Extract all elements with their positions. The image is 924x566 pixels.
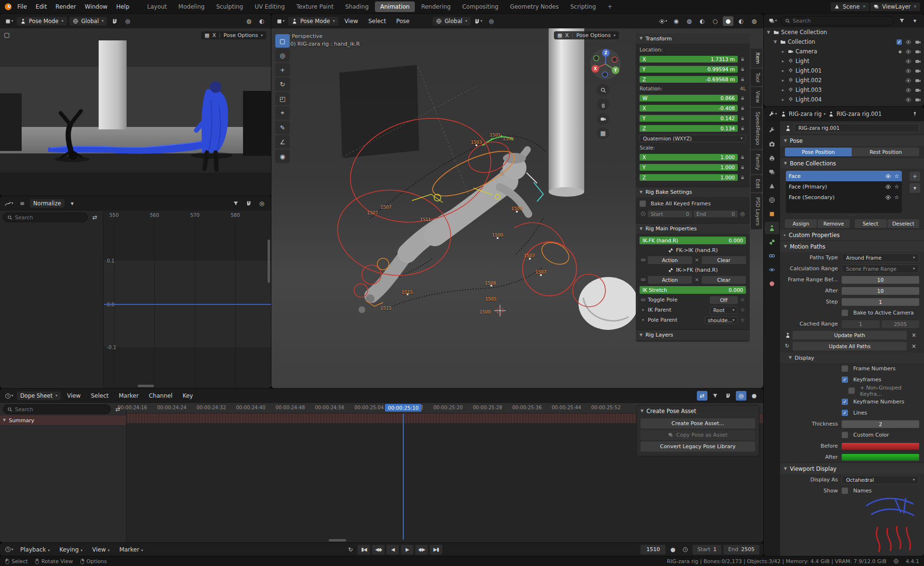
workspace-tab-modeling[interactable]: Modeling	[173, 1, 210, 12]
sidebar-tab-psd-layers[interactable]: PSD Layers	[751, 193, 762, 229]
add-workspace-button[interactable]: +	[602, 1, 617, 12]
hide-eye-icon[interactable]	[905, 58, 911, 64]
proportional-edit-icon[interactable]: ◎	[122, 16, 133, 26]
dope-h-scrollbar[interactable]	[329, 539, 346, 541]
tab-output[interactable]	[765, 152, 779, 164]
menu-marker[interactable]: Marker	[115, 391, 142, 401]
dope-proportional-icon[interactable]: ◎	[736, 391, 746, 401]
xray-toggle-icon[interactable]: ◐	[257, 16, 267, 26]
tab-world[interactable]	[765, 194, 779, 206]
star-icon[interactable]: ☆	[739, 297, 746, 303]
playback-sync-icon[interactable]: ↻	[345, 545, 356, 554]
custom-properties-panel-header[interactable]: ▸Custom Properties	[780, 229, 924, 240]
normalize-options-icon[interactable]: ▾	[67, 199, 77, 208]
graph-snap-icon[interactable]	[244, 199, 254, 208]
expand-icon[interactable]: ▸	[780, 49, 786, 54]
breadcrumb-object[interactable]: RIG-zara rig	[789, 111, 821, 117]
sidebar-tab-view[interactable]: View	[751, 87, 762, 107]
outliner-row-light-003[interactable]: ▸ Light.003	[764, 85, 924, 95]
hide-eye-icon[interactable]	[905, 39, 911, 45]
shading-solid-button[interactable]: ●	[723, 16, 733, 26]
scale-y-field[interactable]: Y1.000	[640, 164, 738, 171]
graph-filter-icon[interactable]	[231, 199, 241, 208]
disable-render-icon[interactable]	[915, 77, 921, 84]
tab-object[interactable]	[765, 208, 779, 220]
tab-scene[interactable]	[765, 180, 779, 192]
solo-star-icon[interactable]: ☆	[894, 173, 899, 179]
overlays-toggle-icon[interactable]: ◍	[244, 16, 254, 26]
proportional-edit-icon[interactable]: ◎	[486, 16, 497, 26]
current-frame-field[interactable]: 1510	[641, 545, 666, 554]
frame-end-field[interactable]: End2505	[723, 545, 759, 554]
menu-window[interactable]: Window	[81, 2, 111, 12]
hide-eye-icon[interactable]	[905, 97, 911, 103]
fk2ik-action-button[interactable]: Action	[648, 256, 692, 264]
prev-keyframe-button[interactable]: ◀◆	[372, 545, 385, 554]
menu-view[interactable]: View	[341, 16, 362, 26]
mirror-axis-x[interactable]: X	[565, 32, 569, 38]
motion-paths-panel-header[interactable]: ▼Motion Paths	[780, 240, 924, 252]
viewport-display-panel-header[interactable]: ▼Viewport Display	[780, 463, 924, 474]
solo-star-icon[interactable]: ☆	[894, 184, 899, 190]
add-bone-collection-button[interactable]: +	[910, 172, 920, 181]
preview-viewport-canvas[interactable]: ▢ ▦ X | Pose Options ▾	[0, 28, 271, 196]
sidebar-tab-family[interactable]: Family	[751, 150, 762, 174]
outliner-row-light-001[interactable]: ▸ Light.001	[764, 66, 924, 75]
sidebar-tab-item[interactable]: Item	[751, 49, 762, 68]
calculation-range-dropdown[interactable]: Scene Frame Range▾	[842, 264, 919, 273]
workspace-tab-uv-editing[interactable]: UV Editing	[249, 1, 290, 12]
bone-collection-row-face-primary[interactable]: Face (Primary) ☆	[786, 181, 902, 192]
playhead-line[interactable]	[403, 414, 404, 540]
sidebar-tab-tool[interactable]: Tool	[751, 69, 762, 86]
ik-stretch-slider[interactable]: IK Stretch0.000	[640, 286, 746, 294]
dope-mode-dropdown[interactable]: Dope Sheet▾	[17, 391, 61, 400]
names-checkbox[interactable]	[842, 488, 848, 494]
preview-mode-dropdown[interactable]: Pose Mode▾	[17, 17, 67, 25]
expand-icon[interactable]: ▸	[780, 78, 786, 83]
jump-to-end-button[interactable]: ▶▮	[430, 545, 442, 554]
menu-pose[interactable]: Pose	[392, 16, 413, 26]
tool-cursor[interactable]: ◎	[275, 49, 290, 62]
graph-plot-area[interactable]: 550 560 570 580 0.1 0.0 -0.1	[104, 211, 271, 388]
tool-transform[interactable]: ⌖	[275, 106, 290, 120]
remove-button[interactable]: Remove	[818, 219, 849, 228]
menu-view[interactable]: View	[63, 391, 84, 401]
outliner-filter-icon[interactable]	[897, 16, 907, 25]
hide-eye-icon[interactable]	[905, 68, 911, 74]
ortho-grid-icon[interactable]: ▦	[597, 127, 609, 139]
workspace-tab-scripting[interactable]: Scripting	[565, 1, 601, 12]
bake-all-checkbox[interactable]	[640, 201, 646, 207]
tab-object-data[interactable]	[765, 222, 779, 234]
pin-id-icon[interactable]	[910, 109, 920, 119]
location-x-field[interactable]: X1.7313 m	[640, 56, 738, 63]
fk2ik-clear-icon[interactable]: ×	[693, 257, 700, 263]
navigation-gizmo[interactable]: X Y Z	[589, 48, 622, 80]
lock-icon[interactable]	[739, 57, 746, 62]
bone-collections-panel-header[interactable]: ▼Bone Collections	[780, 157, 924, 169]
update-all-paths-button[interactable]: Update All Paths	[793, 342, 907, 351]
data-name-field[interactable]: RIG-zara rig.001	[794, 124, 919, 132]
bake-to-active-camera-row[interactable]: Bake to Active Camera	[842, 310, 919, 316]
sidebar-tab-edit[interactable]: Edit	[751, 175, 762, 192]
menu-edit[interactable]: Edit	[32, 2, 51, 12]
bone-collection-row-face[interactable]: Face ☆	[786, 171, 902, 181]
after-color-swatch[interactable]	[842, 454, 919, 461]
rest-position-button[interactable]: Rest Position	[852, 148, 919, 156]
tab-bone-constraints[interactable]	[765, 250, 779, 262]
pose-options-dropdown[interactable]: Pose Options	[224, 32, 258, 38]
collapsed-menus-icon[interactable]: ≡	[17, 199, 27, 208]
lock-icon[interactable]	[739, 116, 746, 121]
lock-icon[interactable]	[739, 96, 746, 101]
editor-type-icon[interactable]: ▾	[4, 16, 14, 26]
bake-to-active-camera-checkbox[interactable]	[842, 310, 848, 316]
mode-dropdown[interactable]: Pose Mode▾	[288, 17, 338, 25]
rig-main-panel-header[interactable]: ▼Rig Main Properties	[636, 223, 750, 234]
star-icon[interactable]: ☆	[739, 307, 746, 313]
keyframe-numbers-row[interactable]: ✓Keyframe Numbers	[842, 399, 919, 405]
sync-range-icon[interactable]: ⇄	[697, 391, 707, 401]
bone-collection-specials-button[interactable]: ▾	[910, 183, 920, 193]
lines-row[interactable]: ✓Lines	[842, 410, 919, 416]
pose-options-bar[interactable]: ▦ X | Pose Options ▾	[554, 31, 619, 39]
frame-numbers-row[interactable]: Frame Numbers	[842, 365, 919, 372]
frame-numbers-checkbox[interactable]	[842, 365, 848, 372]
